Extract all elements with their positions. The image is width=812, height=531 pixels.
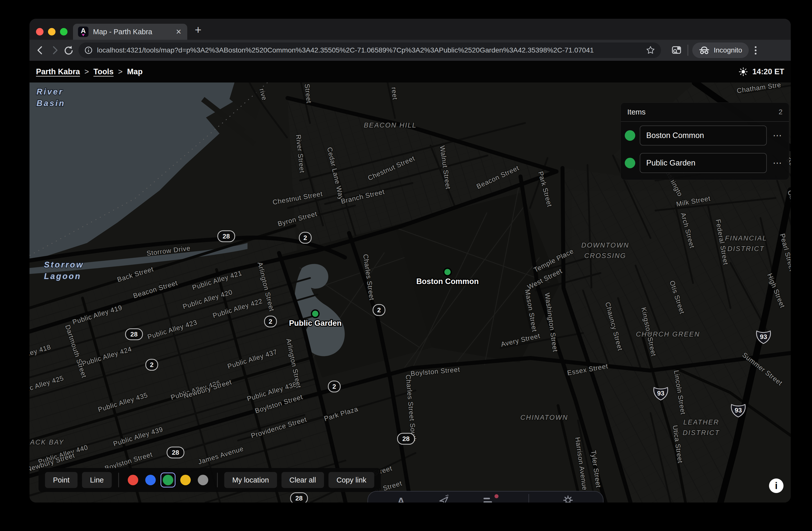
tab-close-button[interactable]: × (175, 27, 182, 36)
item-name-input[interactable] (640, 153, 767, 173)
astro-dev-toolbar: A (367, 491, 604, 502)
svg-text:28: 28 (403, 435, 410, 443)
color-swatch-yellow[interactable] (178, 473, 193, 488)
toolbar-divider (217, 473, 218, 487)
svg-text:2: 2 (377, 306, 381, 314)
new-tab-button[interactable]: + (193, 23, 203, 37)
area-label: CROSSING (584, 252, 626, 259)
area-label: LEATHER (683, 418, 719, 426)
svg-text:28: 28 (295, 494, 303, 502)
area-label: CHURCH GREEN (636, 330, 700, 338)
item-menu-button[interactable]: ⋯ (771, 130, 784, 141)
color-swatch-gray[interactable] (195, 473, 211, 488)
page-info-icon[interactable] (84, 46, 93, 55)
blue-dot (145, 475, 156, 485)
svg-text:93: 93 (760, 333, 767, 341)
bookmark-star-icon[interactable] (646, 45, 655, 55)
inspect-icon[interactable] (438, 494, 450, 502)
incognito-icon (699, 46, 710, 55)
copy-link-button[interactable]: Copy link (329, 472, 374, 488)
close-window-button[interactable] (36, 28, 44, 35)
map-toolbar: Point Line My location Clear all Copy li… (39, 468, 381, 492)
breadcrumb-current: Map (127, 67, 143, 76)
items-panel-title: Items (627, 108, 646, 116)
item-menu-button[interactable]: ⋯ (771, 158, 784, 168)
area-label: BEACON HILL (364, 121, 417, 129)
minimize-window-button[interactable] (48, 28, 56, 35)
side-panel-search-icon[interactable] (669, 43, 683, 57)
line-mode-button[interactable]: Line (82, 472, 112, 488)
tab-strip: A Map - Parth Kabra × + (29, 19, 791, 40)
yellow-dot (180, 475, 191, 485)
item-color-dot[interactable] (625, 158, 635, 168)
zoom-window-button[interactable] (60, 28, 68, 35)
item-row: ⋯ (621, 122, 789, 149)
breadcrumb-tools-link[interactable]: Tools (93, 67, 114, 76)
astro-menu-icon[interactable]: A (397, 496, 405, 502)
items-count-badge: 2 (779, 108, 783, 116)
astro-favicon-icon: A (78, 27, 88, 37)
svg-text:2: 2 (269, 318, 272, 325)
breadcrumb-separator: > (118, 67, 122, 76)
forward-button[interactable] (47, 43, 61, 57)
water-label: Storrow (44, 260, 84, 269)
audit-alert-dot (494, 494, 498, 498)
url-bar[interactable]: localhost:4321/tools/map?d=p%3A2%3ABosto… (78, 43, 661, 58)
browser-tab[interactable]: A Map - Parth Kabra × (73, 24, 187, 40)
water-label: River (37, 87, 63, 96)
route-shield-28: 28 (167, 447, 184, 458)
toolbar-divider (687, 45, 688, 56)
route-shield-2: 2 (328, 381, 340, 392)
svg-text:93: 93 (657, 389, 665, 397)
clear-all-button[interactable]: Clear all (281, 472, 324, 488)
color-palette (126, 473, 211, 488)
attribution-info-button[interactable]: i (769, 478, 783, 493)
area-label: CHINATOWN (521, 414, 568, 421)
browser-menu-button[interactable] (753, 44, 758, 56)
item-color-dot[interactable] (625, 130, 635, 141)
route-shield-2: 2 (373, 304, 385, 316)
route-shield-2: 2 (264, 316, 276, 327)
audit-icon[interactable] (483, 495, 495, 502)
water-label: Basin (37, 99, 65, 108)
area-label: DOWNTOWN (581, 242, 629, 249)
items-panel: Items 2 ⋯⋯ (621, 102, 789, 180)
area-label: DISTRICT (727, 245, 765, 253)
gray-dot (198, 475, 208, 485)
svg-text:28: 28 (130, 330, 138, 338)
window-controls (36, 28, 68, 35)
green-dot (163, 475, 173, 485)
breadcrumb-home-link[interactable]: Parth Kabra (36, 67, 80, 76)
time-text: 14:20 ET (752, 67, 784, 76)
browser-window: A Map - Parth Kabra × + localhost:4321/t… (29, 19, 791, 502)
route-shield-28: 28 (218, 231, 235, 242)
svg-text:2: 2 (333, 383, 336, 390)
my-location-button[interactable]: My location (224, 472, 277, 488)
tab-title: Map - Parth Kabra (93, 28, 171, 36)
settings-gear-icon[interactable] (562, 494, 574, 502)
area-label: BACK BAY (29, 439, 64, 446)
reload-button[interactable] (61, 43, 75, 57)
map-container: RiverBasinStorrowLagoon Storrow DriveBac… (29, 83, 791, 502)
items-list: ⋯⋯ (621, 122, 789, 177)
route-shield-2: 2 (299, 232, 311, 243)
area-label: DISTRICT (683, 429, 720, 436)
area-label: FINANCIAL (725, 234, 767, 242)
svg-text:28: 28 (172, 449, 179, 456)
svg-text:Public Garden: Public Garden (289, 319, 342, 328)
item-name-input[interactable] (640, 126, 767, 145)
breadcrumb: Parth Kabra > Tools > Map 14:20 ET (29, 61, 791, 83)
incognito-badge: Incognito (692, 43, 749, 58)
item-row: ⋯ (621, 149, 789, 177)
color-swatch-red[interactable] (126, 473, 141, 488)
route-shield-28: 28 (397, 433, 415, 444)
back-button[interactable] (33, 43, 47, 57)
color-swatch-blue[interactable] (143, 473, 158, 488)
svg-text:Boston Common: Boston Common (416, 277, 479, 286)
svg-text:2: 2 (304, 234, 307, 242)
point-mode-button[interactable]: Point (45, 472, 77, 488)
items-panel-header: Items 2 (621, 103, 789, 122)
red-dot (128, 475, 138, 485)
url-text: localhost:4321/tools/map?d=p%3A2%3ABosto… (97, 46, 641, 54)
color-swatch-green[interactable] (160, 473, 175, 488)
